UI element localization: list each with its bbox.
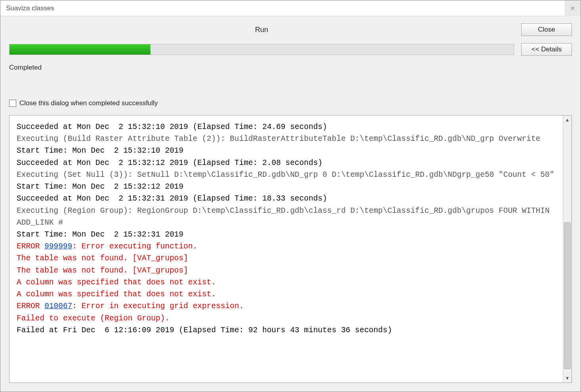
details-button[interactable]: << Details	[521, 43, 572, 56]
close-on-success-label: Close this dialog when completed success…	[19, 99, 158, 107]
log-line: Succeeded at Mon Dec 2 15:32:12 2019 (El…	[17, 157, 559, 169]
details-button-label: << Details	[531, 45, 562, 53]
error-code-link[interactable]: 010067	[44, 302, 72, 311]
close-button[interactable]: Close	[521, 23, 572, 36]
log-line: ERROR 999999: Error executing function.	[17, 241, 559, 252]
status-text: Completed	[9, 64, 572, 72]
log-line: Start Time: Mon Dec 2 15:32:31 2019	[17, 229, 559, 241]
progress-row: << Details	[9, 43, 572, 56]
log-line: Start Time: Mon Dec 2 15:32:10 2019	[17, 145, 559, 157]
run-label: Run	[9, 26, 514, 34]
close-icon: ✕	[570, 5, 575, 11]
log-output[interactable]: Succeeded at Mon Dec 2 15:32:10 2019 (El…	[10, 116, 563, 383]
log-panel: Succeeded at Mon Dec 2 15:32:10 2019 (El…	[9, 115, 572, 383]
window-title: Suaviza classes	[6, 4, 54, 12]
dialog-body: Run Close << Details Completed Close thi…	[0, 16, 581, 111]
error-code-link[interactable]: 999999	[44, 242, 72, 251]
scroll-thumb[interactable]	[564, 222, 571, 369]
log-line: Failed at Fri Dec 6 12:16:09 2019 (Elaps…	[17, 324, 559, 336]
scroll-down-icon[interactable]: ▼	[563, 374, 571, 383]
log-line: Executing (Build Raster Attribute Table …	[17, 133, 559, 145]
close-on-success-checkbox[interactable]	[9, 100, 16, 107]
log-line: Start Time: Mon Dec 2 15:32:12 2019	[17, 181, 559, 193]
log-line: ERROR 010067: Error in executing grid ex…	[17, 300, 559, 312]
run-row: Run Close	[9, 23, 572, 36]
log-line: Executing (Set Null (3)): SetNull D:\tem…	[17, 169, 559, 181]
log-line: A column was specified that does not exi…	[17, 276, 559, 288]
dialog-window: Suaviza classes ✕ Run Close << Details C…	[0, 0, 581, 392]
title-bar: Suaviza classes ✕	[0, 0, 581, 16]
close-on-success-row[interactable]: Close this dialog when completed success…	[9, 99, 572, 107]
close-button-label: Close	[538, 26, 555, 33]
log-line: A column was specified that does not exi…	[17, 288, 559, 300]
window-close-button[interactable]: ✕	[565, 0, 581, 16]
log-line: Failed to execute (Region Group).	[17, 312, 559, 324]
log-line: The table was not found. [VAT_grupos]	[17, 265, 559, 276]
scroll-up-icon[interactable]: ▲	[563, 116, 571, 124]
progress-bar	[9, 44, 514, 55]
log-line: Succeeded at Mon Dec 2 15:32:31 2019 (El…	[17, 193, 559, 205]
scrollbar[interactable]: ▲ ▼	[563, 116, 571, 383]
progress-fill	[10, 44, 150, 55]
log-line: Succeeded at Mon Dec 2 15:32:10 2019 (El…	[17, 121, 559, 133]
log-line: The table was not found. [VAT_grupos]	[17, 252, 559, 264]
log-line: Executing (Region Group): RegionGroup D:…	[17, 205, 559, 229]
